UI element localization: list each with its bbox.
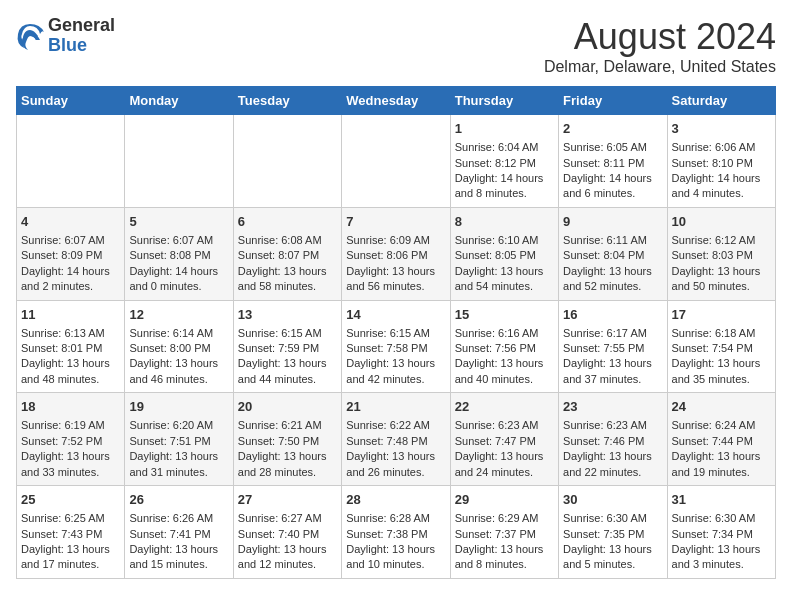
day-info: Sunrise: 6:22 AM [346,418,445,433]
day-info: Sunset: 7:50 PM [238,434,337,449]
day-info: Daylight: 13 hours [238,356,337,371]
calendar-day-cell: 8Sunrise: 6:10 AMSunset: 8:05 PMDaylight… [450,207,558,300]
day-info: Sunrise: 6:14 AM [129,326,228,341]
day-info: Sunset: 7:59 PM [238,341,337,356]
calendar-week-row: 25Sunrise: 6:25 AMSunset: 7:43 PMDayligh… [17,486,776,579]
calendar-day-cell: 1Sunrise: 6:04 AMSunset: 8:12 PMDaylight… [450,115,558,208]
calendar-day-cell: 12Sunrise: 6:14 AMSunset: 8:00 PMDayligh… [125,300,233,393]
day-number: 14 [346,306,445,324]
day-number: 18 [21,398,120,416]
day-info: Sunset: 8:06 PM [346,248,445,263]
logo: General Blue [16,16,115,56]
logo-general-text: General [48,15,115,35]
day-info: Sunset: 8:12 PM [455,156,554,171]
day-info: Sunrise: 6:28 AM [346,511,445,526]
calendar-day-cell: 14Sunrise: 6:15 AMSunset: 7:58 PMDayligh… [342,300,450,393]
calendar-day-cell [342,115,450,208]
calendar-week-row: 4Sunrise: 6:07 AMSunset: 8:09 PMDaylight… [17,207,776,300]
day-info: Sunrise: 6:19 AM [21,418,120,433]
day-info: Daylight: 13 hours [238,542,337,557]
day-info: Daylight: 13 hours [238,264,337,279]
day-number: 15 [455,306,554,324]
day-info: and 12 minutes. [238,557,337,572]
day-info: and 10 minutes. [346,557,445,572]
day-number: 24 [672,398,771,416]
day-info: Daylight: 13 hours [346,264,445,279]
calendar-day-cell: 3Sunrise: 6:06 AMSunset: 8:10 PMDaylight… [667,115,775,208]
day-info: Daylight: 14 hours [21,264,120,279]
day-info: Sunset: 8:03 PM [672,248,771,263]
calendar-week-row: 1Sunrise: 6:04 AMSunset: 8:12 PMDaylight… [17,115,776,208]
weekday-header: Monday [125,87,233,115]
day-info: and 42 minutes. [346,372,445,387]
day-info: Daylight: 13 hours [455,356,554,371]
calendar-day-cell: 5Sunrise: 6:07 AMSunset: 8:08 PMDaylight… [125,207,233,300]
day-info: Daylight: 13 hours [129,449,228,464]
day-number: 21 [346,398,445,416]
day-info: Sunset: 7:56 PM [455,341,554,356]
day-number: 22 [455,398,554,416]
day-info: Daylight: 14 hours [563,171,662,186]
day-info: Daylight: 13 hours [563,356,662,371]
day-info: Sunset: 8:10 PM [672,156,771,171]
subtitle: Delmar, Delaware, United States [544,58,776,76]
day-info: and 17 minutes. [21,557,120,572]
day-info: Daylight: 13 hours [238,449,337,464]
day-info: Sunset: 7:55 PM [563,341,662,356]
day-info: and 2 minutes. [21,279,120,294]
calendar-day-cell: 15Sunrise: 6:16 AMSunset: 7:56 PMDayligh… [450,300,558,393]
day-number: 20 [238,398,337,416]
day-number: 6 [238,213,337,231]
day-info: Sunrise: 6:09 AM [346,233,445,248]
day-info: Sunrise: 6:08 AM [238,233,337,248]
day-info: Sunset: 7:51 PM [129,434,228,449]
calendar-day-cell: 6Sunrise: 6:08 AMSunset: 8:07 PMDaylight… [233,207,341,300]
day-info: Sunset: 8:05 PM [455,248,554,263]
calendar-day-cell: 22Sunrise: 6:23 AMSunset: 7:47 PMDayligh… [450,393,558,486]
day-info: Sunrise: 6:30 AM [563,511,662,526]
calendar-day-cell: 26Sunrise: 6:26 AMSunset: 7:41 PMDayligh… [125,486,233,579]
calendar-day-cell: 24Sunrise: 6:24 AMSunset: 7:44 PMDayligh… [667,393,775,486]
day-info: Sunset: 7:35 PM [563,527,662,542]
day-info: Daylight: 13 hours [455,449,554,464]
day-number: 7 [346,213,445,231]
day-info: Sunrise: 6:30 AM [672,511,771,526]
day-info: Sunrise: 6:27 AM [238,511,337,526]
day-info: Sunset: 8:09 PM [21,248,120,263]
day-number: 17 [672,306,771,324]
calendar-day-cell: 28Sunrise: 6:28 AMSunset: 7:38 PMDayligh… [342,486,450,579]
day-info: and 15 minutes. [129,557,228,572]
day-info: and 50 minutes. [672,279,771,294]
day-number: 25 [21,491,120,509]
day-info: Daylight: 13 hours [672,356,771,371]
weekday-header: Tuesday [233,87,341,115]
day-info: Daylight: 13 hours [346,356,445,371]
day-info: Daylight: 13 hours [21,542,120,557]
day-number: 9 [563,213,662,231]
day-info: Sunset: 8:01 PM [21,341,120,356]
day-number: 4 [21,213,120,231]
day-info: Sunset: 7:48 PM [346,434,445,449]
day-number: 23 [563,398,662,416]
day-info: Sunrise: 6:15 AM [238,326,337,341]
day-info: Sunset: 7:54 PM [672,341,771,356]
day-info: Sunset: 8:00 PM [129,341,228,356]
day-info: Sunrise: 6:10 AM [455,233,554,248]
day-info: Daylight: 13 hours [346,542,445,557]
day-info: Sunset: 8:08 PM [129,248,228,263]
calendar-table: SundayMondayTuesdayWednesdayThursdayFrid… [16,86,776,579]
weekday-header: Friday [559,87,667,115]
day-number: 27 [238,491,337,509]
day-info: and 54 minutes. [455,279,554,294]
day-info: and 40 minutes. [455,372,554,387]
calendar-day-cell: 13Sunrise: 6:15 AMSunset: 7:59 PMDayligh… [233,300,341,393]
weekday-row: SundayMondayTuesdayWednesdayThursdayFrid… [17,87,776,115]
day-info: Daylight: 13 hours [563,542,662,557]
day-info: Daylight: 13 hours [346,449,445,464]
day-info: Sunset: 8:11 PM [563,156,662,171]
day-info: Sunset: 7:38 PM [346,527,445,542]
day-info: Sunset: 7:58 PM [346,341,445,356]
day-info: Sunset: 7:37 PM [455,527,554,542]
calendar-header: SundayMondayTuesdayWednesdayThursdayFrid… [17,87,776,115]
day-info: and 8 minutes. [455,186,554,201]
